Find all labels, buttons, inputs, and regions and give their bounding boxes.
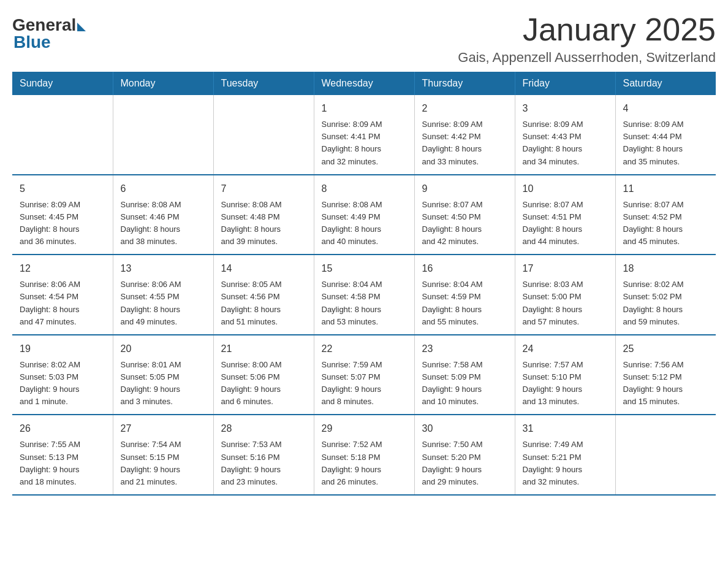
day-info: Sunrise: 7:59 AM Sunset: 5:07 PM Dayligh…	[322, 359, 407, 408]
day-number: 24	[523, 342, 608, 356]
calendar-cell: 14Sunrise: 8:05 AM Sunset: 4:56 PM Dayli…	[213, 255, 314, 335]
calendar-cell: 30Sunrise: 7:50 AM Sunset: 5:20 PM Dayli…	[414, 415, 515, 495]
day-info: Sunrise: 7:52 AM Sunset: 5:18 PM Dayligh…	[322, 439, 407, 488]
day-info: Sunrise: 7:53 AM Sunset: 5:16 PM Dayligh…	[221, 439, 306, 488]
day-info: Sunrise: 8:06 AM Sunset: 4:55 PM Dayligh…	[121, 278, 206, 328]
day-header-saturday: Saturday	[615, 72, 716, 95]
day-info: Sunrise: 8:08 AM Sunset: 4:46 PM Dayligh…	[121, 199, 206, 248]
day-number: 18	[623, 261, 709, 276]
day-number: 28	[221, 421, 306, 436]
day-info: Sunrise: 7:54 AM Sunset: 5:15 PM Dayligh…	[121, 439, 206, 488]
calendar-cell: 17Sunrise: 8:03 AM Sunset: 5:00 PM Dayli…	[515, 255, 615, 335]
calendar-cell: 10Sunrise: 8:07 AM Sunset: 4:51 PM Dayli…	[515, 175, 615, 255]
calendar-cell: 26Sunrise: 7:55 AM Sunset: 5:13 PM Dayli…	[12, 415, 113, 495]
day-info: Sunrise: 8:01 AM Sunset: 5:05 PM Dayligh…	[121, 359, 206, 408]
calendar-cell	[113, 95, 213, 175]
day-info: Sunrise: 7:49 AM Sunset: 5:21 PM Dayligh…	[523, 439, 608, 488]
day-info: Sunrise: 8:08 AM Sunset: 4:48 PM Dayligh…	[221, 199, 306, 248]
day-info: Sunrise: 7:56 AM Sunset: 5:12 PM Dayligh…	[623, 359, 709, 408]
calendar-cell: 20Sunrise: 8:01 AM Sunset: 5:05 PM Dayli…	[113, 335, 213, 415]
week-row-4: 19Sunrise: 8:02 AM Sunset: 5:03 PM Dayli…	[12, 335, 716, 415]
day-info: Sunrise: 8:03 AM Sunset: 5:00 PM Dayligh…	[523, 278, 608, 328]
logo: General Blue	[12, 12, 86, 52]
week-row-2: 5Sunrise: 8:09 AM Sunset: 4:45 PM Daylig…	[12, 175, 716, 255]
day-number: 2	[422, 101, 507, 116]
calendar-body: 1Sunrise: 8:09 AM Sunset: 4:41 PM Daylig…	[12, 95, 716, 495]
day-info: Sunrise: 7:50 AM Sunset: 5:20 PM Dayligh…	[422, 439, 507, 488]
day-info: Sunrise: 8:00 AM Sunset: 5:06 PM Dayligh…	[221, 359, 306, 408]
day-number: 23	[422, 342, 507, 356]
day-info: Sunrise: 8:02 AM Sunset: 5:02 PM Dayligh…	[623, 278, 709, 328]
calendar-cell: 12Sunrise: 8:06 AM Sunset: 4:54 PM Dayli…	[12, 255, 113, 335]
page-subtitle: Gais, Appenzell Ausserrhoden, Switzerlan…	[458, 50, 716, 66]
day-number: 16	[422, 261, 507, 276]
day-number: 19	[20, 342, 105, 356]
day-number: 22	[322, 342, 407, 356]
logo-triangle-icon	[77, 23, 86, 31]
day-number: 30	[422, 421, 507, 436]
calendar-cell: 29Sunrise: 7:52 AM Sunset: 5:18 PM Dayli…	[314, 415, 414, 495]
calendar-table: SundayMondayTuesdayWednesdayThursdayFrid…	[12, 72, 716, 496]
day-info: Sunrise: 8:09 AM Sunset: 4:45 PM Dayligh…	[20, 199, 105, 248]
day-header-thursday: Thursday	[414, 72, 515, 95]
page-header: General Blue January 2025 Gais, Appenzel…	[12, 12, 716, 66]
day-header-row: SundayMondayTuesdayWednesdayThursdayFrid…	[12, 72, 716, 95]
day-number: 9	[422, 182, 507, 196]
calendar-cell: 15Sunrise: 8:04 AM Sunset: 4:58 PM Dayli…	[314, 255, 414, 335]
day-info: Sunrise: 8:04 AM Sunset: 4:59 PM Dayligh…	[422, 278, 507, 328]
calendar-cell: 25Sunrise: 7:56 AM Sunset: 5:12 PM Dayli…	[615, 335, 716, 415]
day-header-wednesday: Wednesday	[314, 72, 414, 95]
calendar-cell: 21Sunrise: 8:00 AM Sunset: 5:06 PM Dayli…	[213, 335, 314, 415]
calendar-cell: 22Sunrise: 7:59 AM Sunset: 5:07 PM Dayli…	[314, 335, 414, 415]
day-number: 8	[322, 182, 407, 196]
day-info: Sunrise: 8:06 AM Sunset: 4:54 PM Dayligh…	[20, 278, 105, 328]
day-number: 3	[523, 101, 608, 116]
day-number: 14	[221, 261, 306, 276]
day-number: 20	[121, 342, 206, 356]
calendar-cell: 27Sunrise: 7:54 AM Sunset: 5:15 PM Dayli…	[113, 415, 213, 495]
page-title: January 2025	[458, 12, 716, 47]
week-row-1: 1Sunrise: 8:09 AM Sunset: 4:41 PM Daylig…	[12, 95, 716, 175]
calendar-cell	[12, 95, 113, 175]
calendar-cell: 7Sunrise: 8:08 AM Sunset: 4:48 PM Daylig…	[213, 175, 314, 255]
day-number: 11	[623, 182, 709, 196]
day-info: Sunrise: 8:07 AM Sunset: 4:52 PM Dayligh…	[623, 199, 709, 248]
day-number: 4	[623, 101, 709, 116]
day-header-tuesday: Tuesday	[213, 72, 314, 95]
calendar-cell: 13Sunrise: 8:06 AM Sunset: 4:55 PM Dayli…	[113, 255, 213, 335]
day-info: Sunrise: 8:05 AM Sunset: 4:56 PM Dayligh…	[221, 278, 306, 328]
day-header-monday: Monday	[113, 72, 213, 95]
day-info: Sunrise: 7:55 AM Sunset: 5:13 PM Dayligh…	[20, 439, 105, 488]
calendar-cell: 8Sunrise: 8:08 AM Sunset: 4:49 PM Daylig…	[314, 175, 414, 255]
calendar-cell: 1Sunrise: 8:09 AM Sunset: 4:41 PM Daylig…	[314, 95, 414, 175]
day-number: 26	[20, 421, 105, 436]
day-number: 29	[322, 421, 407, 436]
day-info: Sunrise: 7:57 AM Sunset: 5:10 PM Dayligh…	[523, 359, 608, 408]
day-number: 5	[20, 182, 105, 196]
day-info: Sunrise: 8:02 AM Sunset: 5:03 PM Dayligh…	[20, 359, 105, 408]
calendar-cell	[615, 415, 716, 495]
day-number: 31	[523, 421, 608, 436]
day-info: Sunrise: 8:07 AM Sunset: 4:50 PM Dayligh…	[422, 199, 507, 248]
title-section: January 2025 Gais, Appenzell Ausserrhode…	[458, 12, 716, 66]
day-header-sunday: Sunday	[12, 72, 113, 95]
calendar-cell: 11Sunrise: 8:07 AM Sunset: 4:52 PM Dayli…	[615, 175, 716, 255]
day-number: 17	[523, 261, 608, 276]
calendar-header: SundayMondayTuesdayWednesdayThursdayFrid…	[12, 72, 716, 95]
day-number: 10	[523, 182, 608, 196]
day-number: 1	[322, 101, 407, 116]
day-info: Sunrise: 8:04 AM Sunset: 4:58 PM Dayligh…	[322, 278, 407, 328]
day-header-friday: Friday	[515, 72, 615, 95]
day-info: Sunrise: 8:07 AM Sunset: 4:51 PM Dayligh…	[523, 199, 608, 248]
week-row-5: 26Sunrise: 7:55 AM Sunset: 5:13 PM Dayli…	[12, 415, 716, 495]
day-number: 27	[121, 421, 206, 436]
day-number: 12	[20, 261, 105, 276]
day-info: Sunrise: 8:09 AM Sunset: 4:44 PM Dayligh…	[623, 118, 709, 168]
calendar-cell: 31Sunrise: 7:49 AM Sunset: 5:21 PM Dayli…	[515, 415, 615, 495]
calendar-cell: 6Sunrise: 8:08 AM Sunset: 4:46 PM Daylig…	[113, 175, 213, 255]
calendar-cell: 18Sunrise: 8:02 AM Sunset: 5:02 PM Dayli…	[615, 255, 716, 335]
day-info: Sunrise: 8:08 AM Sunset: 4:49 PM Dayligh…	[322, 199, 407, 248]
calendar-cell: 4Sunrise: 8:09 AM Sunset: 4:44 PM Daylig…	[615, 95, 716, 175]
calendar-cell: 23Sunrise: 7:58 AM Sunset: 5:09 PM Dayli…	[414, 335, 515, 415]
day-info: Sunrise: 8:09 AM Sunset: 4:42 PM Dayligh…	[422, 118, 507, 168]
